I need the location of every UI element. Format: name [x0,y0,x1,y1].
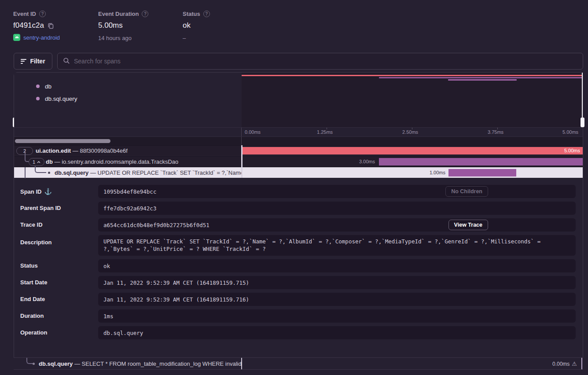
minimap-bar-db [379,77,582,78]
tree-pane-divider[interactable] [241,145,243,178]
span-op: db.sql.query [39,360,73,367]
minimap-right-handle[interactable] [582,73,583,127]
tree-scrollbar-track[interactable] [14,136,583,145]
detail-label-end-date: End Date [20,296,45,302]
view-trace-button[interactable]: View Trace [448,220,488,230]
span-row-db-sql-query-selected[interactable]: db.sql.query — UPDATE OR REPLACE `Track`… [14,167,583,178]
span-op: ui.action.edit [36,147,71,154]
span-op: db.sql.query [55,169,88,176]
minimap-bar-db-sql-query [448,79,517,81]
event-id-section: Event ID ? f0491c2a s [13,11,60,41]
op-color-dot [36,97,40,100]
detail-label-status: Status [20,262,38,269]
detail-label-start-date: Start Date [20,279,47,286]
status-subtitle: – [183,35,210,41]
event-id-label-row: Event ID ? [13,11,60,17]
minimap-right-handle-grip[interactable] [581,118,584,127]
event-duration-section: Event Duration ? 5.00ms 14 hours ago [98,11,148,41]
android-project-icon [13,34,20,41]
detail-label-span-id: Span ID [20,188,41,195]
start-date-value: Jan 11, 2022 9:52:39 AM CET (1641891159.… [103,279,249,286]
event-id-value: f0491c2a [13,21,44,30]
span-bar-duration: 3.00ms [342,159,375,164]
status-label: Status [183,11,200,17]
span-description: io.sentry.android.roomsample.data.Tracks… [62,158,178,165]
filter-button-label: Filter [30,58,45,65]
span-bar-duration: 0.00ms [552,361,570,367]
end-date-value: Jan 11, 2022 9:52:39 AM CET (1641891159.… [103,296,249,303]
filter-icon [21,59,26,64]
span-detail-page: Event ID ? f0491c2a s [0,0,588,375]
event-id-help-icon[interactable]: ? [39,11,46,17]
span-search [57,53,583,70]
duration-value-box: 1ms [98,309,576,323]
span-duration-value: 1ms [103,313,114,320]
parent-span-id-value: ffe7dbc92a6942c3 [103,205,156,212]
event-duration-ago: 14 hours ago [98,35,148,41]
span-row-db-sql-query-select[interactable]: db.sql.query — SELECT * FROM room_table_… [14,357,583,370]
span-bar-duration: 1.00ms [412,170,445,175]
op-color-dot [36,85,40,88]
tree-scrollbar-thumb[interactable] [15,139,110,143]
children-count: 1 [33,159,35,165]
ops-row-db[interactable]: db 3ms 75% [14,80,242,92]
anchor-icon[interactable]: ⚓ [44,188,51,195]
span-status-value: ok [103,263,110,269]
detail-label-duration: Duration [20,312,44,319]
span-op: db [46,158,53,165]
search-icon [63,57,70,66]
trace-id-value-box: a654cc61dc0b48ef9d0b27275b6f0d51 [98,218,576,232]
trace-id-value: a654cc61dc0b48ef9d0b27275b6f0d51 [103,222,209,228]
span-bar-root: 5.00ms [242,147,583,154]
span-row-ui-action-edit[interactable]: 2 ui.action.edit — 88f300998a0b4e6f 5.00… [14,145,583,156]
span-bar-db [379,158,583,165]
warning-icon: ⚠ [572,360,577,367]
detail-label-description: Description [20,239,52,246]
no-children-button[interactable]: No Children [445,186,488,197]
event-id-label: Event ID [13,11,36,17]
span-bar-db-sql-query [448,169,516,176]
status-help-icon[interactable]: ? [203,11,210,17]
parent-span-id-value-box: ffe7dbc92a6942c3 [98,202,576,215]
axis-tick: 3.75ms [488,129,503,135]
ops-row-db-sql-query[interactable]: db.sql.query 1ms 25% [14,92,242,105]
filter-button[interactable]: Filter [14,53,52,70]
axis-tick: 0.00ms [245,129,261,135]
search-input[interactable] [74,58,577,65]
op-name: db [45,83,51,90]
span-bar-duration: 5.00ms [564,148,580,153]
operation-value-box: db.sql.query [98,326,576,339]
span-description: UPDATE OR REPLACE `Track` SET `TrackId` … [98,169,242,176]
span-leaf-dot [48,172,50,174]
description-value: UPDATE OR REPLACE `Track` SET `TrackId` … [103,238,570,253]
event-duration-help-icon[interactable]: ? [142,11,148,17]
ops-breakdown-panel: db 3ms 75% db.sql.query 1ms 25% [14,73,242,127]
op-name: db.sql.query [45,96,77,102]
span-description: SELECT * FROM room_table_modification_lo… [82,360,241,367]
span-children-count-pill[interactable]: 1 [29,158,44,166]
chevron-up-icon [37,161,40,163]
operation-value: db.sql.query [103,330,143,336]
span-id-value-box: 1095bd4ef8e94bcc [98,185,576,198]
detail-label-trace-id: Trace ID [20,221,43,228]
copy-icon[interactable] [48,22,54,29]
status-value-box: ok [98,259,576,272]
status-section: Status ? ok – [183,11,210,41]
span-description: 88f300998a0b4e6f [80,147,127,154]
axis-tick: 5.00ms [562,129,578,135]
event-duration-label: Event Duration [98,11,139,17]
description-value-box: UPDATE OR REPLACE `Track` SET `TrackId` … [98,235,576,256]
event-duration-value: 5.00ms [98,21,123,30]
project-link[interactable]: sentry-android [23,34,60,41]
detail-label-parent-span-id: Parent Span ID [20,205,61,211]
end-date-value-box: Jan 11, 2022 9:52:39 AM CET (1641891159.… [98,293,576,306]
start-date-value-box: Jan 11, 2022 9:52:39 AM CET (1641891159.… [98,276,576,289]
span-leaf-dot [33,363,35,365]
span-row-db[interactable]: 1 db — io.sentry.android.roomsample.data… [14,156,583,167]
status-value: ok [183,21,191,30]
timeline-axis: 0.00ms 1.25ms 2.50ms 3.75ms 5.00ms [14,127,583,136]
span-id-value: 1095bd4ef8e94bcc [103,188,156,195]
detail-label-operation: Operation [20,329,47,336]
axis-tick: 1.25ms [317,129,333,135]
axis-tick: 2.50ms [402,129,418,135]
